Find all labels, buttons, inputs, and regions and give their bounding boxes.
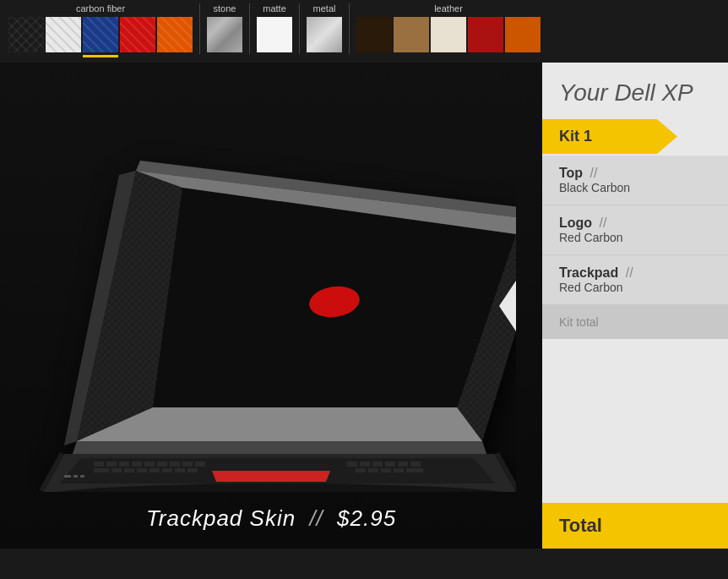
- svg-rect-27: [182, 462, 193, 467]
- kit-item-top-value: Black Carbon: [559, 181, 711, 194]
- svg-rect-22: [119, 462, 129, 467]
- material-bar: carbon fiber stone matte: [0, 0, 728, 63]
- metal-swatches: [307, 17, 342, 52]
- swatch-cf-black[interactable]: [8, 17, 44, 52]
- kit-badge[interactable]: Kit 1: [542, 119, 677, 154]
- main-content: Trackpad Skin // $2.95 Your Dell XP Kit …: [0, 63, 728, 549]
- svg-rect-32: [385, 462, 395, 467]
- kit-item-trackpad-name: Trackpad //: [559, 265, 711, 281]
- right-panel: Your Dell XP Kit 1 Top // Black Carbon L…: [542, 63, 728, 549]
- svg-rect-49: [73, 475, 78, 478]
- svg-rect-43: [356, 468, 366, 472]
- category-leather: leather: [356, 3, 541, 52]
- category-label: carbon fiber: [73, 3, 128, 14]
- svg-rect-42: [187, 468, 198, 472]
- svg-marker-9: [73, 441, 486, 454]
- svg-rect-37: [124, 468, 134, 472]
- divider-3: [299, 3, 300, 54]
- swatch-leather-orange[interactable]: [505, 17, 541, 52]
- swatch-cf-white[interactable]: [46, 17, 81, 52]
- arrow-decoration: [499, 281, 516, 331]
- skin-label: Trackpad Skin // $2.95: [146, 505, 396, 532]
- carbon-swatches: [8, 17, 193, 52]
- kit-total: Kit total: [542, 305, 728, 339]
- svg-rect-45: [381, 468, 391, 472]
- svg-rect-33: [398, 462, 408, 467]
- spacer: [542, 339, 728, 503]
- svg-rect-23: [132, 462, 142, 467]
- laptop-image-container: [26, 120, 516, 492]
- svg-rect-29: [347, 462, 357, 467]
- svg-rect-25: [157, 462, 167, 467]
- svg-rect-28: [195, 462, 205, 467]
- swatch-leather-red[interactable]: [468, 17, 503, 52]
- category-matte: matte: [257, 3, 292, 52]
- divider-1: [199, 3, 200, 54]
- leather-swatches: [356, 17, 541, 52]
- svg-rect-36: [111, 468, 122, 472]
- kit-item-trackpad-value: Red Carbon: [559, 281, 711, 294]
- category-label: stone: [210, 3, 240, 14]
- svg-rect-26: [170, 462, 180, 467]
- category-label: leather: [431, 3, 466, 14]
- svg-rect-35: [94, 468, 109, 472]
- kit-item-logo-value: Red Carbon: [559, 231, 711, 244]
- svg-rect-44: [368, 468, 378, 472]
- skin-price: $2.95: [337, 505, 396, 531]
- swatch-metal-silver[interactable]: [307, 17, 342, 52]
- matte-swatches: [257, 17, 292, 52]
- swatch-leather-tan[interactable]: [394, 17, 429, 52]
- swatch-leather-dark[interactable]: [356, 17, 392, 52]
- svg-rect-21: [106, 462, 117, 467]
- category-metal: metal: [307, 3, 342, 52]
- laptop-svg: [26, 120, 516, 492]
- divider-2: [249, 3, 250, 54]
- swatch-stone-gray[interactable]: [207, 17, 242, 52]
- svg-rect-39: [149, 468, 160, 472]
- category-label: matte: [259, 3, 290, 14]
- svg-rect-50: [80, 475, 84, 478]
- panel-title: Your Dell XP: [542, 79, 728, 119]
- kit-item-top[interactable]: Top // Black Carbon: [542, 156, 728, 205]
- svg-rect-41: [175, 468, 185, 472]
- kit-item-top-name: Top //: [559, 166, 711, 181]
- swatch-cf-blue[interactable]: [83, 17, 118, 52]
- svg-rect-34: [410, 462, 421, 467]
- swatch-cf-red[interactable]: [120, 17, 155, 52]
- svg-rect-48: [64, 475, 71, 478]
- kit-item-logo-name: Logo //: [559, 216, 711, 231]
- svg-rect-40: [162, 468, 172, 472]
- total-badge[interactable]: Total: [542, 503, 728, 549]
- svg-marker-19: [212, 471, 330, 482]
- swatch-cf-orange[interactable]: [157, 17, 193, 52]
- svg-rect-38: [137, 468, 147, 472]
- skin-name: Trackpad Skin: [146, 505, 296, 531]
- svg-rect-30: [360, 462, 370, 467]
- svg-rect-20: [94, 462, 104, 467]
- category-label: metal: [310, 3, 340, 14]
- swatch-leather-white[interactable]: [431, 17, 466, 52]
- category-carbon-fiber: carbon fiber: [8, 3, 193, 52]
- laptop-preview: Trackpad Skin // $2.95: [0, 63, 542, 549]
- skin-separator: //: [309, 505, 330, 531]
- divider-4: [349, 3, 350, 54]
- kit-item-logo[interactable]: Logo // Red Carbon: [542, 205, 728, 255]
- swatch-matte-white[interactable]: [257, 17, 292, 52]
- svg-rect-47: [406, 468, 423, 472]
- svg-rect-24: [144, 462, 155, 467]
- kit-item-trackpad[interactable]: Trackpad // Red Carbon: [542, 255, 728, 305]
- svg-rect-31: [372, 462, 383, 467]
- category-stone: stone: [207, 3, 242, 52]
- stone-swatches: [207, 17, 242, 52]
- svg-rect-46: [394, 468, 404, 472]
